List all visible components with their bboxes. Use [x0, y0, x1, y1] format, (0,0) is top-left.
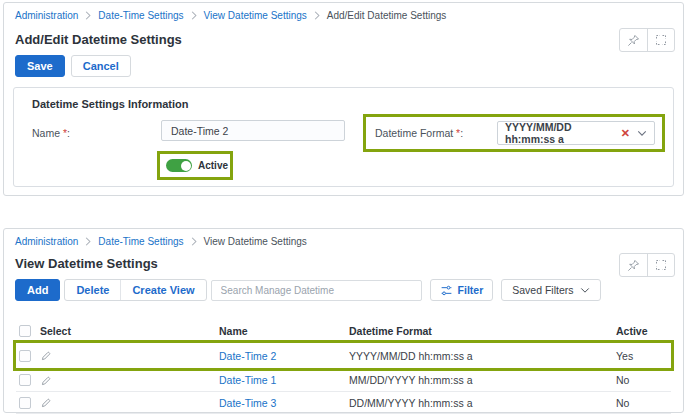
table-row: Date-Time 1 MM/DD/YYYY hh:mm:ss a No — [16, 368, 671, 391]
datetime-format-label: Datetime Format *: — [375, 127, 497, 139]
pin-icon[interactable] — [620, 29, 647, 51]
saved-filters-label: Saved Filters — [512, 284, 573, 296]
name-input[interactable] — [161, 120, 345, 141]
header-select: Select — [40, 325, 71, 337]
header-name: Name — [219, 325, 349, 337]
page-title: View Datetime Settings — [15, 256, 158, 271]
table-header-row: Select Name Datetime Format Active — [16, 319, 671, 343]
format-annotation-box: Datetime Format *: YYYY/MM/DD hh:mm:ss a… — [363, 114, 665, 152]
datetime-format-select[interactable]: YYYY/MM/DD hh:mm:ss a ✕ — [497, 121, 655, 145]
pin-icon[interactable] — [620, 254, 647, 276]
chevron-right-icon — [85, 237, 91, 246]
chevron-right-icon — [85, 11, 91, 20]
create-view-button[interactable]: Create View — [120, 280, 205, 300]
active-toggle-label: Active — [198, 160, 228, 171]
save-button[interactable]: Save — [15, 55, 65, 77]
clear-icon[interactable]: ✕ — [621, 127, 630, 140]
row-name-link[interactable]: Date-Time 1 — [219, 374, 349, 386]
chevron-right-icon — [191, 237, 197, 246]
datetime-settings-fieldset: Datetime Settings Information Name *: Da… — [13, 87, 674, 187]
active-toggle[interactable] — [166, 159, 192, 172]
breadcrumb-view-datetime-settings[interactable]: View Datetime Settings — [204, 10, 307, 21]
cancel-button[interactable]: Cancel — [71, 55, 131, 77]
datetime-table: Select Name Datetime Format Active Date-… — [16, 319, 671, 414]
header-active: Active — [616, 325, 671, 337]
expand-icon[interactable] — [647, 254, 674, 276]
section-title: Datetime Settings Information — [32, 98, 188, 110]
row-checkbox[interactable] — [19, 397, 31, 409]
breadcrumb-administration[interactable]: Administration — [15, 236, 78, 247]
panel-controls — [619, 28, 675, 52]
breadcrumb-administration[interactable]: Administration — [15, 10, 78, 21]
row-checkbox[interactable] — [19, 374, 31, 386]
row-active: No — [616, 374, 671, 386]
add-edit-datetime-panel: Administration Date-Time Settings View D… — [3, 2, 684, 196]
row-active: Yes — [616, 350, 671, 362]
search-input[interactable] — [211, 280, 422, 301]
datetime-format-value: YYYY/MM/DD hh:mm:ss a — [505, 121, 617, 145]
edit-pencil-icon[interactable] — [40, 349, 53, 362]
active-annotation-box: Active — [157, 151, 233, 180]
row-format: MM/DD/YYYY hh:mm:ss a — [349, 374, 616, 386]
table-toolbar: Add Delete Create View Filter Saved Filt… — [15, 279, 601, 301]
filter-button-label: Filter — [458, 284, 484, 296]
breadcrumb-current-page: Add/Edit Datetime Settings — [327, 10, 447, 21]
toolbar-button-group: Delete Create View — [64, 279, 206, 301]
form-actions: Save Cancel — [15, 55, 131, 77]
toggle-knob — [181, 161, 191, 171]
breadcrumb-date-time-settings[interactable]: Date-Time Settings — [98, 236, 183, 247]
breadcrumb-date-time-settings[interactable]: Date-Time Settings — [98, 10, 183, 21]
panel-controls — [619, 253, 675, 277]
table-row: Date-Time 2 YYYY/MM/DD hh:mm:ss a Yes — [16, 343, 671, 368]
table-row: Date-Time 3 DD/MM/YYYY hh:mm:ss a No — [16, 391, 671, 414]
row-format: DD/MM/YYYY hh:mm:ss a — [349, 397, 616, 409]
select-all-checkbox[interactable] — [19, 325, 31, 337]
edit-pencil-icon[interactable] — [40, 374, 53, 387]
chevron-right-icon — [191, 11, 197, 20]
filter-icon — [440, 284, 453, 297]
delete-button[interactable]: Delete — [65, 280, 120, 300]
filter-button[interactable]: Filter — [430, 279, 494, 301]
chevron-right-icon — [314, 11, 320, 20]
row-checkbox[interactable] — [19, 350, 31, 362]
row-active: No — [616, 397, 671, 409]
row-name-link[interactable]: Date-Time 2 — [219, 350, 349, 362]
expand-icon[interactable] — [647, 29, 674, 51]
view-datetime-panel: Administration Date-Time Settings View D… — [3, 228, 684, 413]
breadcrumb: Administration Date-Time Settings View D… — [15, 236, 307, 247]
row-format: YYYY/MM/DD hh:mm:ss a — [349, 350, 616, 362]
chevron-down-icon[interactable] — [637, 130, 647, 137]
saved-filters-button[interactable]: Saved Filters — [501, 279, 600, 301]
breadcrumb-current-page: View Datetime Settings — [204, 236, 307, 247]
name-label: Name *: — [32, 127, 70, 139]
chevron-down-icon — [580, 287, 590, 294]
edit-pencil-icon[interactable] — [40, 396, 53, 409]
header-format: Datetime Format — [349, 325, 616, 337]
add-button[interactable]: Add — [15, 279, 60, 301]
page-title: Add/Edit Datetime Settings — [15, 32, 182, 47]
row-name-link[interactable]: Date-Time 3 — [219, 397, 349, 409]
breadcrumb: Administration Date-Time Settings View D… — [15, 10, 446, 21]
